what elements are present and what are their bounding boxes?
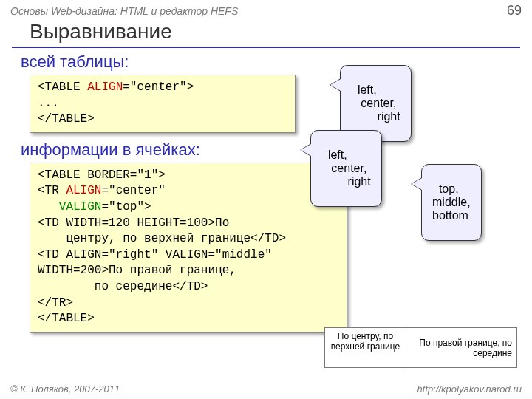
callout-text: left, center, right (351, 83, 400, 123)
code-text: <TABLE (38, 81, 87, 94)
topic-text: Основы Web-дизайна: HTML и редактор HEFS (10, 5, 238, 17)
code-text: WIDTH=200>По правой границе, (38, 263, 339, 279)
sample-render-table: По центру, по верхней границе По правой … (324, 327, 517, 368)
title-rule (12, 47, 520, 48)
code-keyword-valign: VALIGN (59, 200, 102, 214)
code-text: <TABLE BORDER="1"> (38, 168, 339, 184)
page-title: Выравнивание (0, 18, 532, 47)
code-text: ="top"> (101, 200, 151, 214)
slide-footer: © К. Поляков, 2007-2011 http://kpolyakov… (10, 383, 522, 395)
sample-cell-top-center: По центру, по верхней границе (325, 328, 406, 368)
code-table-align: <TABLE ALIGN="center"> ... </TABLE> (30, 75, 296, 133)
callout-text: top, middle, bottom (432, 183, 471, 222)
code-text (38, 200, 59, 214)
sample-cell-middle-right: По правой границе, по середине (406, 328, 517, 368)
callout-align-values-2: left, center, right (310, 130, 382, 207)
code-text: </TABLE> (38, 311, 339, 327)
code-keyword-align: ALIGN (66, 184, 101, 197)
code-text: ="center"> (123, 81, 194, 94)
code-text: <TD ALIGN="right" VALIGN="middle" (38, 248, 339, 264)
code-text: ="center" (101, 184, 165, 197)
code-text: ... (38, 96, 287, 112)
subhead-table-align: всей таблицы: (0, 52, 532, 72)
callout-tail (301, 144, 311, 156)
footer-url: http://kpolyakov.narod.ru (417, 383, 522, 395)
code-text: <TR (38, 184, 66, 197)
copyright-text: © К. Поляков, 2007-2011 (10, 383, 120, 395)
code-text: <TD WIDTH=120 HEIGHT=100>По (38, 216, 339, 232)
code-text: </TABLE> (38, 112, 287, 128)
callout-tail (412, 178, 422, 190)
callout-tail (330, 79, 341, 91)
callout-text: left, center, right (321, 149, 371, 188)
code-text: по середине</TD> (38, 279, 339, 296)
code-cell-align: <TABLE BORDER="1"> <TR ALIGN="center" VA… (30, 163, 347, 332)
subhead-cell-align: информации в ячейках: (0, 140, 532, 160)
slide-header: Основы Web-дизайна: HTML и редактор HEFS… (0, 0, 532, 18)
code-text: центру, по верхней границе</TD> (38, 231, 339, 248)
page-number: 69 (507, 3, 522, 18)
table-row: По центру, по верхней границе По правой … (325, 328, 517, 368)
code-text: </TR> (38, 296, 339, 312)
code-keyword-align: ALIGN (87, 81, 123, 94)
callout-valign-values: top, middle, bottom (421, 164, 482, 241)
